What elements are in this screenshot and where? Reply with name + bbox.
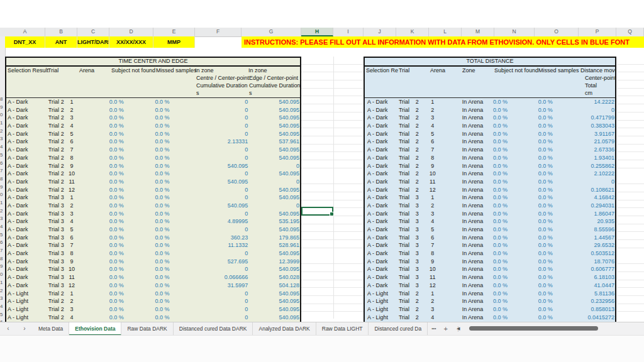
left-cell-trial-num[interactable]: 3 bbox=[59, 273, 64, 282]
left-cell-trial-num[interactable]: 3 bbox=[59, 265, 64, 273]
left-cell-centre[interactable]: 540.095 bbox=[171, 162, 248, 170]
right-cell-trial-num[interactable]: 2 bbox=[413, 122, 419, 130]
right-cell-trial-word[interactable]: Trial bbox=[397, 146, 413, 154]
left-cell-selection[interactable]: A - Dark bbox=[6, 98, 44, 106]
left-cell-missed[interactable]: 0.0 % bbox=[153, 194, 171, 202]
right-cell-subject[interactable]: 0.0 % bbox=[491, 146, 511, 154]
right-cell-missed[interactable]: 0.0 % bbox=[510, 226, 580, 234]
right-cell-trial-num[interactable]: 3 bbox=[413, 234, 419, 242]
left-cell-arena[interactable]: 7 bbox=[64, 146, 80, 154]
left-cell-centre[interactable]: 0 bbox=[171, 122, 248, 130]
left-cell-edge[interactable]: 528.961 bbox=[248, 241, 300, 250]
right-cell-subject[interactable]: 0.0 % bbox=[491, 250, 511, 258]
right-cell-trial-num[interactable]: 3 bbox=[413, 226, 419, 234]
right-cell-trial-word[interactable]: Trial bbox=[397, 210, 413, 218]
right-cell-trial-num[interactable]: 2 bbox=[413, 170, 419, 178]
left-cell-trial-word[interactable]: Trial bbox=[44, 234, 59, 242]
left-cell-subject[interactable]: 0.0 % bbox=[80, 217, 153, 226]
right-cell-arena[interactable]: 3 bbox=[419, 210, 447, 218]
left-cell-edge[interactable]: 540.095 bbox=[248, 250, 300, 258]
right-cell-zone[interactable]: In Arena bbox=[447, 170, 491, 178]
left-cell-arena[interactable]: 9 bbox=[64, 162, 80, 170]
row-number[interactable]: 1 bbox=[0, 119, 5, 128]
left-cell-edge[interactable]: 540.095 bbox=[248, 226, 300, 234]
sheet-tab-distanced-cured-data-dark[interactable]: Distanced cured Data DARK bbox=[174, 322, 253, 336]
right-cell-subject[interactable]: 0.0 % bbox=[491, 130, 511, 138]
left-cell-subject[interactable]: 0.0 % bbox=[80, 146, 153, 154]
right-cell-trial-word[interactable]: Trial bbox=[397, 290, 413, 298]
left-cell-subject[interactable]: 0.0 % bbox=[80, 106, 153, 114]
right-cell-trial-word[interactable]: Trial bbox=[397, 162, 413, 170]
right-cell-trial-num[interactable]: 3 bbox=[413, 282, 419, 290]
left-cell-subject[interactable]: 0.0 % bbox=[80, 290, 153, 298]
right-cell-zone[interactable]: In Arena bbox=[447, 210, 491, 218]
row-number[interactable]: 2 bbox=[0, 128, 5, 136]
right-cell-distance[interactable]: 5.81136 bbox=[580, 290, 615, 298]
left-cell-selection[interactable]: A - Dark bbox=[6, 217, 44, 226]
left-cell-missed[interactable]: 0.0 % bbox=[153, 265, 171, 273]
left-cell-selection[interactable]: A - Dark bbox=[6, 130, 44, 138]
left-cell-arena[interactable]: 7 bbox=[64, 241, 80, 250]
right-cell-zone[interactable]: In Arena bbox=[447, 130, 491, 138]
right-cell-selection[interactable]: A - Dark bbox=[365, 146, 397, 154]
right-cell-arena[interactable]: 12 bbox=[419, 186, 447, 194]
left-cell-trial-num[interactable]: 2 bbox=[59, 106, 64, 114]
left-cell-trial-word[interactable]: Trial bbox=[44, 98, 59, 106]
right-cell-selection[interactable]: A - Dark bbox=[365, 202, 397, 210]
right-cell-missed[interactable]: 0.0 % bbox=[510, 234, 580, 242]
right-cell-subject[interactable]: 0.0 % bbox=[491, 106, 511, 114]
row-number[interactable]: 7 bbox=[0, 247, 5, 255]
right-cell-trial-word[interactable]: Trial bbox=[397, 226, 413, 234]
right-cell-subject[interactable]: 0.0 % bbox=[491, 241, 511, 250]
left-cell-centre[interactable]: 0 bbox=[171, 106, 248, 114]
right-cell-trial-num[interactable]: 2 bbox=[413, 130, 419, 138]
right-cell-distance[interactable]: 2.10222 bbox=[580, 170, 615, 178]
left-cell-selection[interactable]: A - Dark bbox=[6, 186, 44, 194]
right-cell-distance[interactable]: 0 bbox=[580, 178, 615, 186]
left-cell-trial-num[interactable]: 3 bbox=[59, 210, 64, 218]
right-cell-subject[interactable]: 0.0 % bbox=[491, 194, 511, 202]
left-cell-missed[interactable]: 0.0 % bbox=[153, 314, 171, 322]
left-cell-arena[interactable]: 4 bbox=[64, 314, 80, 322]
left-cell-missed[interactable]: 0.0 % bbox=[153, 114, 171, 122]
right-cell-missed[interactable]: 0.0 % bbox=[510, 258, 580, 266]
right-cell-arena[interactable]: 4 bbox=[419, 314, 447, 322]
left-cell-centre[interactable]: 0 bbox=[171, 130, 248, 138]
left-cell-missed[interactable]: 0.0 % bbox=[153, 241, 171, 250]
right-cell-missed[interactable]: 0.0 % bbox=[510, 186, 580, 194]
left-cell-missed[interactable]: 0.0 % bbox=[153, 170, 171, 178]
left-cell-missed[interactable]: 0.0 % bbox=[153, 98, 171, 106]
right-cell-distance[interactable]: 20.935 bbox=[580, 217, 615, 226]
left-cell-missed[interactable]: 0.0 % bbox=[153, 234, 171, 242]
left-cell-missed[interactable]: 0.0 % bbox=[153, 258, 171, 266]
sheet-tab-meta-data[interactable]: Meta Data bbox=[33, 322, 69, 336]
left-cell-selection[interactable]: A - Dark bbox=[6, 265, 44, 273]
right-cell-distance[interactable]: 3.91167 bbox=[580, 130, 615, 138]
left-cell-arena[interactable]: 1 bbox=[64, 194, 80, 202]
right-cell-missed[interactable]: 0.0 % bbox=[510, 194, 580, 202]
right-cell-zone[interactable]: In Arena bbox=[447, 178, 491, 186]
right-cell-distance[interactable]: 2.67336 bbox=[580, 146, 615, 154]
left-cell-selection[interactable]: A - Dark bbox=[6, 258, 44, 266]
left-cell-trial-word[interactable]: Trial bbox=[44, 314, 59, 322]
row-number[interactable]: 4 bbox=[0, 143, 5, 151]
left-cell-edge[interactable]: 540.095 bbox=[248, 314, 300, 322]
left-cell-edge[interactable]: 0 bbox=[248, 178, 300, 186]
left-cell-selection[interactable]: A - Dark bbox=[6, 241, 44, 250]
right-cell-missed[interactable]: 0.0 % bbox=[510, 297, 580, 305]
left-cell-subject[interactable]: 0.0 % bbox=[80, 162, 153, 170]
right-cell-arena[interactable]: 9 bbox=[419, 162, 447, 170]
column-header-O[interactable]: O bbox=[535, 28, 579, 36]
right-cell-subject[interactable]: 0.0 % bbox=[491, 138, 511, 146]
right-cell-subject[interactable]: 0.0 % bbox=[491, 226, 511, 234]
left-cell-edge[interactable]: 540.095 bbox=[248, 297, 300, 305]
left-cell-edge[interactable]: 540.095 bbox=[248, 170, 300, 178]
left-cell-trial-num[interactable]: 2 bbox=[59, 98, 64, 106]
left-cell-trial-word[interactable]: Trial bbox=[44, 138, 59, 146]
right-cell-missed[interactable]: 0.0 % bbox=[510, 290, 580, 298]
left-cell-centre[interactable]: 0 bbox=[171, 154, 248, 162]
right-cell-trial-num[interactable]: 2 bbox=[413, 146, 419, 154]
row-number[interactable]: 8 bbox=[0, 255, 5, 263]
right-cell-subject[interactable]: 0.0 % bbox=[491, 217, 511, 226]
left-cell-selection[interactable]: A - Dark bbox=[6, 273, 44, 282]
